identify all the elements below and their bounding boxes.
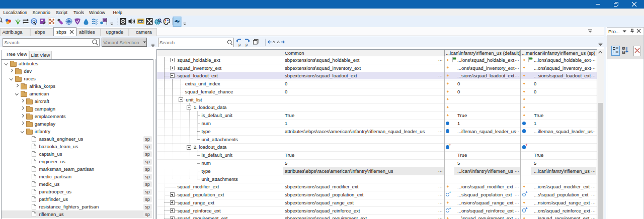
svg-text:A: A <box>623 47 625 50</box>
svg-text:Z: Z <box>623 51 625 54</box>
svg-text:p: p <box>246 42 248 47</box>
svg-text:p: p <box>238 42 241 47</box>
